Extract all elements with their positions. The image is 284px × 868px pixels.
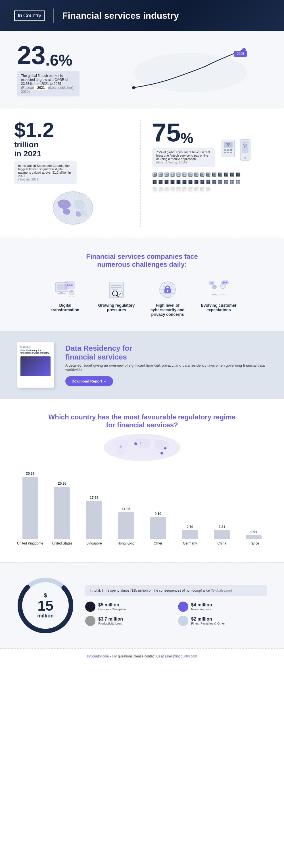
person-filled: ▩: [170, 171, 175, 177]
cagr-decimal: .6%: [46, 53, 73, 68]
download-report-button[interactable]: Download Report →: [65, 376, 113, 386]
person-filled: ▩: [200, 171, 205, 177]
bar-value: 11.35: [122, 507, 130, 511]
svg-point-58: [161, 452, 163, 455]
business-disruption-icon: [85, 601, 95, 612]
person-filled: ▩: [158, 179, 163, 185]
person-faded: ▩: [182, 186, 187, 192]
challenge-customer-label: Evolving customer expectations: [200, 303, 237, 312]
cta-section: In Country Data Residency for financial …: [0, 331, 284, 399]
pct-symbol: %: [181, 131, 193, 145]
trillion-sublabel: in 2021: [14, 149, 132, 158]
svg-rect-34: [111, 289, 118, 290]
person-filled: ▩: [206, 171, 211, 177]
fines-label: Fines, Penalties & Other: [191, 622, 225, 625]
footer-website[interactable]: InCountry.com: [87, 654, 109, 658]
person-filled: ▩: [170, 179, 175, 185]
svg-rect-33: [111, 287, 121, 288]
person-filled: ▩: [206, 179, 211, 185]
svg-rect-14: [227, 152, 229, 153]
bar-rect: [246, 535, 261, 539]
challenges-grid: Digital transformation Growing regulator…: [17, 280, 267, 317]
svg-rect-10: [224, 149, 226, 151]
logo-country: Country: [23, 13, 41, 19]
bar-value: 30.27: [26, 472, 34, 475]
business-disruption-label: Business Disruption: [98, 608, 126, 611]
svg-rect-45: [167, 290, 168, 292]
regulatory-pressures-icon: [105, 280, 128, 300]
person-filled: ▩: [176, 179, 181, 185]
person-faded: ▩: [206, 186, 211, 192]
person-filled: ▩: [176, 171, 181, 177]
cybersecurity-icon: [156, 280, 179, 300]
person-filled: ▩: [188, 171, 193, 177]
bar-rect: [214, 530, 230, 539]
cost-revenue-loss: $4 million Revenue Loss: [178, 601, 267, 612]
cta-description: A detailed report giving an overview of …: [65, 363, 267, 372]
bar-value: 17.64: [90, 496, 98, 500]
person-faded: ▩: [194, 186, 199, 192]
person-faded: ▩: [188, 186, 193, 192]
customer-expectations-icon: [207, 280, 230, 300]
person-filled: ▩: [212, 171, 217, 177]
person-filled: ▩: [182, 179, 187, 185]
svg-rect-32: [111, 285, 121, 286]
bar-label: Singapore: [86, 541, 102, 546]
footer-email[interactable]: sales@incountry.com: [165, 654, 197, 658]
person-filled: ▩: [152, 171, 157, 177]
cagr-description: The global fintech market is expected to…: [17, 71, 80, 96]
donut-chart: $ 15 million: [17, 577, 74, 634]
person-filled: ▩: [218, 179, 223, 185]
cost-fines: $2 million Fines, Penalties & Other: [178, 616, 267, 626]
bar-value: 9.19: [155, 512, 161, 516]
svg-point-55: [226, 282, 227, 283]
svg-rect-24: [57, 293, 66, 294]
revenue-loss-icon: [178, 601, 188, 612]
person-filled: ▩: [164, 171, 169, 177]
svg-point-59: [164, 447, 166, 450]
person-faded: ▩: [170, 186, 175, 192]
pct-info: 75% of global consumers have used at lea…: [152, 148, 215, 167]
svg-point-54: [224, 282, 226, 283]
productivity-loss-amount: $3.7 million: [98, 617, 123, 622]
svg-rect-13: [224, 152, 226, 153]
revenue-loss-label: Revenue Loss: [191, 608, 212, 611]
svg-point-27: [69, 284, 71, 286]
person-filled: ▩: [182, 171, 187, 177]
person-filled: ▩: [236, 171, 240, 177]
person-faded: ▩: [176, 186, 181, 192]
person-filled: ▩: [236, 179, 240, 185]
barchart-bars: 30.27United Kingdome25.95United States17…: [14, 472, 270, 548]
bar-value: 2.31: [219, 525, 225, 529]
bar-group-germany: 2.70Germany: [174, 525, 206, 546]
logo: In Country: [14, 10, 45, 21]
svg-rect-15: [230, 152, 232, 153]
page-title: Financial services industry: [62, 10, 179, 21]
bar-value: 25.95: [58, 482, 66, 486]
bar-label: France: [249, 541, 259, 546]
svg-point-46: [212, 285, 217, 289]
person-filled: ▩: [218, 171, 223, 177]
cagr-number: 23: [17, 42, 46, 68]
challenge-digital-label: Digital transformation: [47, 303, 84, 312]
percent75-section: 75 % 75% of global consumers have used a…: [141, 120, 270, 192]
person-faded: ▩: [158, 186, 163, 192]
svg-rect-23: [60, 292, 63, 293]
cta-content: Data Residency for financial services A …: [65, 344, 267, 386]
donut-label: $ 15 million: [37, 592, 54, 619]
map-dots: [102, 435, 182, 466]
million-section: $ 15 million In total, firms spend almos…: [0, 562, 284, 648]
bar-value: 0.91: [251, 530, 257, 534]
bar-group-china: 2.31China: [206, 525, 238, 546]
trillion-left: $1.2 trillion in 2021 In the United Stat…: [14, 120, 141, 226]
bar-rect: [86, 501, 102, 539]
bar-value: 2.70: [187, 525, 193, 529]
fines-icon: [178, 616, 188, 626]
page-footer: InCountry.com - For questions please con…: [0, 648, 284, 664]
person-filled: ▩: [188, 179, 193, 185]
svg-rect-12: [230, 149, 232, 151]
svg-point-52: [212, 283, 213, 284]
challenge-digital-transformation: Digital transformation: [47, 280, 84, 317]
svg-point-19: [244, 157, 247, 159]
footer-separator: - For questions please contact us at: [110, 654, 165, 658]
